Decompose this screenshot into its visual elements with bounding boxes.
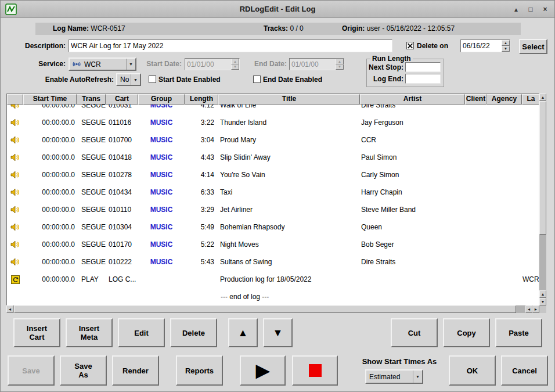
horizontal-scrollbar[interactable]: ◄ ◄ ► — [6, 305, 539, 313]
table-row[interactable]: 00:00:00.0 SEGUE 010031 MUSIC 4:12 Walk … — [7, 105, 539, 114]
cell-cart: 011016 — [106, 118, 138, 127]
vertical-scrollbar[interactable]: ▲ ▲ ▼ — [539, 93, 546, 305]
end-date-spin-down-button: ▼ — [336, 64, 344, 70]
scroll-left-button[interactable]: ◄ — [6, 305, 13, 313]
service-combo-arrow-button[interactable]: ▼ — [126, 59, 135, 70]
titlebar[interactable]: RDLogEdit - Edit Log ▲ □ × — [1, 1, 554, 18]
end-date-enabled-checkbox[interactable] — [253, 75, 261, 83]
select-button[interactable]: Select — [519, 39, 547, 54]
table-row[interactable]: 00:00:00.0 SEGUE 010170 MUSIC 5:22 Night… — [7, 236, 539, 253]
maximize-button[interactable]: □ — [525, 3, 536, 15]
scroll-left-button-2[interactable]: ◄ — [525, 305, 532, 313]
speaker-icon — [10, 153, 20, 162]
scroll-down-icon: ▼ — [541, 300, 545, 304]
date-spin-down-button[interactable]: ▼ — [502, 46, 510, 52]
insert-meta-button[interactable]: Insert Meta — [66, 318, 113, 347]
cell-title: Thunder Island — [218, 118, 360, 127]
log-grid: Start Time Trans Cart Group Length Title… — [6, 93, 539, 305]
scroll-up-button[interactable]: ▲ — [539, 93, 546, 100]
cell-group: MUSIC — [138, 153, 185, 161]
combo-arrow-icon: ▼ — [134, 78, 138, 82]
autorefresh-combo[interactable]: No ▼ — [116, 73, 141, 86]
log-info-bar: Log Name: WCR-0517 Tracks: 0 / 0 Origin:… — [35, 23, 521, 35]
window-title: RDLogEdit - Edit Log — [1, 5, 554, 13]
cell-artist: Carly Simon — [360, 171, 465, 179]
cell-trans: SEGUE — [77, 240, 106, 249]
date-spin-up-button[interactable]: ▲ — [502, 40, 510, 46]
spin-up-icon: ▲ — [504, 41, 507, 45]
reports-button[interactable]: Reports — [176, 355, 223, 386]
column-header-group[interactable]: Group — [138, 94, 185, 105]
service-icon — [72, 60, 81, 68]
table-row[interactable]: 00:00:00.0 PLAY LOG C... Production log … — [7, 271, 539, 288]
horizontal-scroll-thumb[interactable] — [14, 305, 516, 313]
cancel-button[interactable]: Cancel — [501, 355, 548, 386]
render-button[interactable]: Render — [112, 355, 159, 386]
scroll-right-button[interactable]: ► — [532, 305, 539, 313]
table-row[interactable]: 00:00:00.0 SEGUE 010222 MUSIC 5:43 Sulta… — [7, 253, 539, 271]
scroll-up-button-2[interactable]: ▲ — [539, 290, 546, 298]
cell-title: Production log for 18/05/2022 — [218, 275, 360, 283]
vertical-scroll-thumb[interactable] — [539, 101, 546, 235]
shade-button[interactable]: ▲ — [510, 3, 522, 15]
copy-button[interactable]: Copy — [443, 318, 490, 347]
speaker-icon — [10, 257, 20, 267]
column-header-start-time[interactable]: Start Time — [23, 94, 77, 105]
delete-button[interactable]: Delete — [170, 318, 217, 347]
column-header-artist[interactable]: Artist — [360, 94, 465, 105]
delete-on-date-input[interactable] — [461, 40, 502, 52]
column-header-client[interactable]: Client — [465, 94, 486, 105]
column-header-title[interactable]: Title — [218, 94, 360, 105]
column-header-agency[interactable]: Agency — [486, 94, 522, 105]
cell-length: 4:12 — [185, 105, 218, 109]
table-row[interactable]: 00:00:00.0 SEGUE 010434 MUSIC 6:33 Taxi … — [7, 184, 539, 201]
column-header-trans[interactable]: Trans — [77, 94, 106, 105]
save-as-button[interactable]: Save As — [60, 355, 107, 386]
cell-title: Walk of Life — [218, 105, 360, 109]
insert-cart-button[interactable]: Insert Cart — [13, 318, 60, 347]
cut-button[interactable]: Cut — [391, 318, 438, 347]
autorefresh-combo-arrow-button[interactable]: ▼ — [131, 74, 140, 85]
start-date-enabled-checkbox[interactable] — [149, 75, 156, 83]
table-row[interactable]: 00:00:00.0 SEGUE 010418 MUSIC 4:43 Slip … — [7, 149, 539, 166]
play-button[interactable]: ▶ — [240, 355, 286, 386]
delete-on-checkbox[interactable] — [406, 42, 414, 49]
table-row[interactable]: 00:00:00.0 SEGUE 010278 MUSIC 4:14 You'r… — [7, 166, 539, 184]
column-header-icon[interactable] — [7, 94, 23, 105]
cell-start-time: 00:00:00.0 — [23, 118, 77, 127]
row-type-icon-cell — [7, 184, 23, 201]
row-type-icon-cell — [7, 271, 23, 288]
move-down-button[interactable]: ▼ — [263, 318, 293, 347]
show-start-times-combo[interactable]: Estimated ▼ — [365, 369, 423, 384]
row-type-icon-cell — [7, 253, 23, 271]
stop-button[interactable] — [292, 355, 338, 386]
column-header-length[interactable]: Length — [185, 94, 218, 105]
scroll-right-icon: ► — [534, 307, 538, 311]
move-up-button[interactable]: ▲ — [228, 318, 258, 347]
cell-length: 5:22 — [185, 240, 218, 249]
end-date-input — [290, 59, 336, 70]
edit-button[interactable]: Edit — [118, 318, 165, 347]
show-start-times-combo-arrow-button[interactable]: ▼ — [413, 371, 422, 383]
column-header-label[interactable]: La — [522, 94, 539, 105]
close-button[interactable]: × — [539, 3, 551, 15]
log-end-label: Log End: — [368, 75, 403, 84]
delete-on-date-spinner[interactable]: ▲ ▼ — [460, 39, 510, 52]
next-stop-input — [405, 62, 441, 72]
cell-title: Night Moves — [218, 240, 360, 249]
log-event-list: Start Time Trans Cart Group Length Title… — [6, 93, 546, 313]
cell-artist: Steve Miller Band — [360, 206, 465, 214]
description-input[interactable] — [69, 39, 392, 52]
column-header-cart[interactable]: Cart — [106, 94, 138, 105]
table-row[interactable]: 00:00:00.0 SEGUE 011016 MUSIC 3:22 Thund… — [7, 114, 539, 131]
scroll-up-icon: ▲ — [541, 292, 545, 296]
table-row[interactable]: 00:00:00.0 SEGUE 010110 MUSIC 3:29 Jet A… — [7, 201, 539, 218]
start-date-spin-down-button: ▼ — [231, 64, 239, 70]
scroll-down-button[interactable]: ▼ — [539, 298, 546, 305]
ok-button[interactable]: OK — [449, 355, 496, 386]
service-combo[interactable]: WCR ▼ — [69, 57, 136, 71]
cell-group: MUSIC — [138, 223, 185, 231]
table-row[interactable]: 00:00:00.0 SEGUE 010700 MUSIC 3:04 Proud… — [7, 131, 539, 149]
table-row[interactable]: 00:00:00.0 SEGUE 010304 MUSIC 5:49 Bohem… — [7, 218, 539, 236]
paste-button[interactable]: Paste — [495, 318, 542, 347]
